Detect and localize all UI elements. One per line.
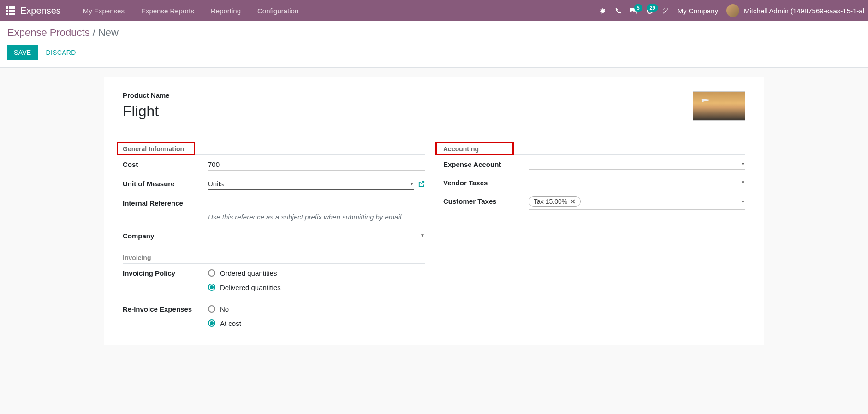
tax-tag: Tax 15.00% ✕ (529, 196, 581, 207)
cost-label: Cost (123, 159, 208, 168)
customer-taxes-label: Customer Taxes (443, 195, 529, 205)
avatar (726, 4, 739, 17)
breadcrumb: Expense Products / New (7, 27, 861, 39)
breadcrumb-parent[interactable]: Expense Products (7, 27, 90, 38)
product-name-label: Product Name (123, 91, 464, 99)
topbar-right: 5 29 My Company Mitchell Admin (14987569… (599, 4, 864, 17)
tag-remove-icon[interactable]: ✕ (570, 198, 576, 205)
breadcrumb-current: New (98, 27, 119, 38)
uom-select[interactable]: Units ▼ (208, 178, 414, 190)
action-buttons: SAVE DISCARD (7, 45, 861, 60)
nav-configuration[interactable]: Configuration (249, 0, 307, 21)
radio-icon (208, 284, 215, 291)
section-general-information: General Information (123, 145, 425, 155)
breadcrumb-bar: Expense Products / New SAVE DISCARD (0, 21, 868, 68)
internal-ref-help: Use this reference as a subject prefix w… (208, 212, 425, 223)
section-accounting: Accounting (443, 145, 745, 155)
nav-my-expenses[interactable]: My Expenses (75, 0, 133, 21)
user-menu[interactable]: Mitchell Admin (14987569-saas-15-1-al (726, 4, 864, 17)
cost-input[interactable] (208, 159, 425, 171)
product-image[interactable] (693, 91, 745, 121)
chevron-down-icon: ▼ (420, 233, 425, 238)
uom-label: Unit of Measure (123, 178, 208, 188)
chevron-down-icon: ▼ (741, 161, 745, 166)
expense-account-select[interactable]: ▼ (529, 159, 745, 170)
internal-ref-input[interactable] (208, 197, 425, 209)
product-name-input[interactable] (123, 101, 464, 122)
nav-reporting[interactable]: Reporting (202, 0, 249, 21)
internal-ref-label: Internal Reference (123, 197, 208, 207)
radio-icon (208, 305, 215, 313)
svg-point-0 (601, 9, 605, 13)
discard-button[interactable]: DISCARD (40, 45, 83, 60)
radio-delivered-quantities[interactable]: Delivered quantities (208, 284, 425, 291)
radio-reinvoice-no[interactable]: No (208, 305, 425, 313)
bug-icon[interactable] (599, 7, 606, 14)
vendor-taxes-label: Vendor Taxes (443, 177, 529, 187)
radio-icon (208, 319, 215, 327)
reinvoice-label: Re-Invoice Expenses (123, 303, 208, 313)
save-button[interactable]: SAVE (7, 45, 38, 60)
app-title[interactable]: Expenses (20, 6, 61, 16)
company-label: Company (123, 230, 208, 240)
vendor-taxes-select[interactable]: ▼ (529, 177, 745, 188)
user-name: Mitchell Admin (14987569-saas-15-1-al (744, 7, 864, 15)
expense-account-label: Expense Account (443, 159, 529, 168)
chevron-down-icon: ▼ (741, 199, 745, 204)
messages-badge: 5 (634, 4, 642, 12)
chevron-down-icon: ▼ (410, 181, 414, 186)
radio-icon (208, 269, 215, 277)
phone-icon[interactable] (615, 7, 621, 14)
activities-badge: 29 (647, 4, 658, 12)
company-selector[interactable]: My Company (678, 7, 718, 15)
customer-taxes-field[interactable]: Tax 15.00% ✕ ▼ (529, 195, 745, 210)
company-select[interactable]: ▼ (208, 230, 425, 241)
apps-icon[interactable] (4, 4, 17, 17)
external-link-icon[interactable] (418, 181, 425, 188)
form-sheet: Product Name General Information Cost (104, 77, 764, 345)
radio-reinvoice-atcost[interactable]: At cost (208, 319, 425, 327)
tools-icon[interactable] (662, 7, 669, 14)
section-invoicing: Invoicing (123, 254, 425, 264)
radio-ordered-quantities[interactable]: Ordered quantities (208, 269, 425, 277)
activities-icon[interactable]: 29 (646, 7, 654, 14)
nav-expense-reports[interactable]: Expense Reports (133, 0, 202, 21)
topbar: Expenses My Expenses Expense Reports Rep… (0, 0, 868, 21)
messages-icon[interactable]: 5 (630, 7, 638, 14)
invoicing-policy-label: Invoicing Policy (123, 267, 208, 277)
chevron-down-icon: ▼ (741, 180, 745, 185)
nav-menu: My Expenses Expense Reports Reporting Co… (75, 0, 307, 21)
